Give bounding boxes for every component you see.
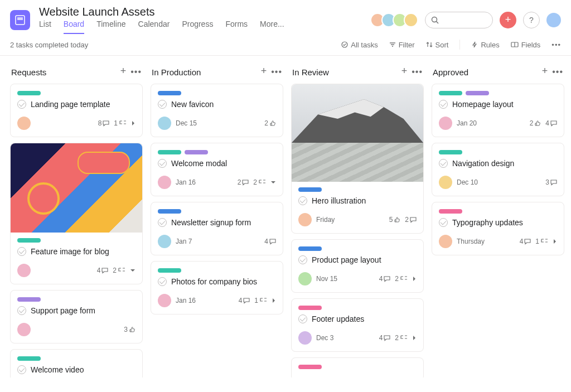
user-avatar[interactable] (546, 13, 561, 27)
more-options[interactable]: ••• (551, 41, 561, 49)
tag-blue (298, 187, 322, 192)
complete-toggle-icon[interactable] (298, 314, 307, 323)
add-card-button[interactable]: + (261, 67, 267, 77)
add-card-button[interactable]: + (120, 67, 127, 77)
card-title: Typography updates (452, 218, 523, 227)
svg-line-3 (437, 21, 439, 23)
assignee-avatar[interactable] (439, 117, 452, 130)
due-date: Jan 20 (457, 119, 477, 127)
column-menu[interactable]: ••• (130, 67, 142, 77)
task-card[interactable]: Newsletter signup formJan 74 (151, 202, 283, 255)
search-input[interactable] (425, 12, 493, 28)
due-date: Dec 10 (457, 178, 478, 186)
project-members[interactable] (374, 13, 418, 27)
rules-button[interactable]: Rules (471, 41, 499, 49)
tab-forms[interactable]: Forms (225, 20, 248, 34)
column-menu[interactable]: ••• (552, 67, 563, 77)
metric-comment: 4 (545, 119, 557, 127)
assignee-avatar[interactable] (158, 117, 171, 130)
tag-blue (298, 246, 322, 251)
metric-like: 5 (389, 216, 401, 224)
assignee-avatar[interactable] (17, 117, 31, 130)
complete-toggle-icon[interactable] (17, 247, 26, 256)
metric-like: 3 (124, 326, 136, 333)
assignee-avatar[interactable] (298, 272, 312, 285)
complete-toggle-icon[interactable] (17, 100, 26, 109)
tag-purple (185, 150, 208, 154)
column-title: In Review (292, 67, 401, 77)
complete-toggle-icon[interactable] (17, 365, 26, 374)
tab-progress[interactable]: Progress (182, 20, 213, 34)
card-cover-image (292, 84, 423, 182)
task-card[interactable]: Photos for company biosJan 1641 (151, 261, 283, 314)
complete-toggle-icon[interactable] (439, 218, 448, 227)
assignee-avatar[interactable] (298, 331, 312, 345)
metric-chevron (412, 276, 417, 282)
tag-teal (439, 91, 462, 95)
add-card-button[interactable]: + (542, 67, 548, 77)
complete-toggle-icon[interactable] (439, 100, 448, 109)
task-card[interactable]: Welcome modalJan 1622 (151, 143, 283, 196)
card-cover-image (11, 143, 142, 233)
metric-comment: 8 (98, 119, 110, 127)
sort-button[interactable]: Sort (426, 41, 449, 49)
search-icon (431, 16, 439, 24)
complete-toggle-icon[interactable] (158, 100, 167, 109)
task-card[interactable]: Landing page template81 (10, 84, 143, 137)
assignee-avatar[interactable] (17, 264, 31, 277)
task-card[interactable]: Hero illustrationFriday52 (291, 84, 424, 234)
task-card[interactable]: Product page layoutNov 1542 (291, 239, 424, 293)
complete-toggle-icon[interactable] (158, 159, 167, 168)
due-date: Jan 7 (176, 238, 192, 245)
complete-toggle-icon[interactable] (298, 196, 307, 205)
metric-comment: 3 (545, 178, 557, 186)
tab-calendar[interactable]: Calendar (138, 20, 170, 34)
assignee-avatar[interactable] (158, 176, 171, 189)
tag-purple (466, 91, 489, 95)
complete-toggle-icon[interactable] (439, 159, 448, 168)
column-menu[interactable]: ••• (271, 67, 282, 77)
tab-board[interactable]: Board (64, 20, 84, 34)
all-tasks-filter[interactable]: All tasks (341, 41, 378, 49)
column-menu[interactable]: ••• (412, 67, 423, 77)
tab-more[interactable]: More... (260, 20, 284, 34)
due-date: Jan 16 (176, 297, 196, 304)
task-card[interactable] (291, 357, 424, 378)
complete-toggle-icon[interactable] (298, 255, 307, 264)
task-card[interactable]: Navigation designDec 103 (432, 143, 564, 196)
task-card[interactable]: Homepage layoutJan 2024 (432, 84, 564, 137)
add-button[interactable]: + (500, 12, 516, 28)
task-card[interactable]: Feature image for blog42 (10, 143, 143, 284)
project-icon[interactable] (10, 10, 30, 30)
status-text: 2 tasks completed today (10, 41, 341, 49)
assignee-avatar[interactable] (439, 235, 452, 248)
complete-toggle-icon[interactable] (158, 277, 167, 286)
help-button[interactable]: ? (523, 12, 540, 28)
complete-toggle-icon[interactable] (17, 306, 26, 315)
task-card[interactable]: Support page form3 (10, 290, 143, 343)
tag-teal (439, 150, 462, 154)
tag-blue (158, 91, 181, 95)
due-date: Dec 15 (176, 119, 197, 127)
add-card-button[interactable]: + (401, 67, 408, 77)
assignee-avatar[interactable] (298, 213, 312, 226)
task-card[interactable]: New faviconDec 152 (151, 84, 283, 137)
tab-list[interactable]: List (39, 20, 51, 34)
metric-comment: 4 (379, 275, 391, 283)
assignee-avatar[interactable] (17, 323, 31, 336)
assignee-avatar[interactable] (158, 294, 171, 307)
task-card[interactable]: Footer updatesDec 342 (291, 298, 424, 352)
tab-timeline[interactable]: Timeline (96, 20, 125, 34)
assignee-avatar[interactable] (158, 235, 171, 248)
card-title: Footer updates (312, 314, 364, 323)
card-title: Newsletter signup form (171, 218, 251, 227)
fields-button[interactable]: Fields (511, 41, 541, 49)
complete-toggle-icon[interactable] (158, 218, 167, 227)
task-card[interactable]: Typography updatesThursday41 (432, 202, 564, 255)
tag-pink (298, 365, 322, 369)
assignee-avatar[interactable] (439, 176, 452, 189)
task-card[interactable]: Welcome video (10, 349, 143, 378)
metric-comment: 4 (264, 238, 276, 245)
svg-point-4 (342, 42, 347, 47)
filter-button[interactable]: Filter (389, 41, 415, 49)
